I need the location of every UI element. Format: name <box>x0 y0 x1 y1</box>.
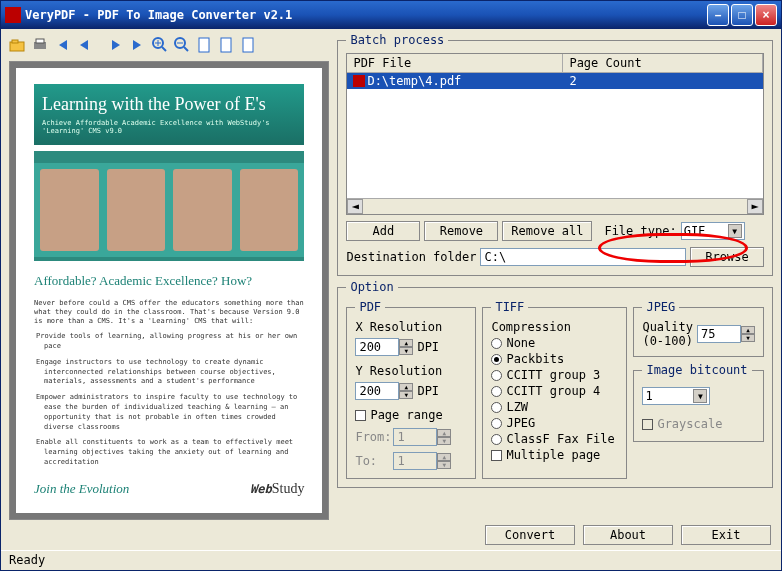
compression-label: Compression <box>491 320 618 334</box>
filetype-label: File type: <box>604 224 676 238</box>
svg-rect-3 <box>36 39 44 43</box>
app-icon <box>5 7 21 23</box>
radio-classf[interactable]: ClassF Fax File <box>491 432 618 446</box>
app-window: VeryPDF - PDF To Image Converter v2.1 – … <box>0 0 782 571</box>
open-icon[interactable] <box>9 36 27 54</box>
chevron-down-icon[interactable]: ▼ <box>728 224 742 238</box>
to-input: 1▲▼ <box>393 452 451 470</box>
pagerange-check[interactable]: Page range <box>355 408 467 422</box>
zoomin-icon[interactable] <box>151 36 169 54</box>
chevron-down-icon[interactable]: ▼ <box>693 389 707 403</box>
multipage-check[interactable]: Multiple page <box>491 448 618 462</box>
first-page-icon[interactable] <box>53 36 71 54</box>
hero-subtitle: Achieve Affordable Academic Excellence w… <box>42 119 296 135</box>
grayscale-check: Grayscale <box>642 417 755 431</box>
yres-input[interactable]: 200▲▼ <box>355 382 413 400</box>
status-bar: Ready <box>1 550 781 570</box>
close-button[interactable]: × <box>755 4 777 26</box>
svg-rect-7 <box>221 38 231 52</box>
svg-rect-8 <box>243 38 253 52</box>
scroll-right-icon[interactable]: ► <box>747 199 763 214</box>
xres-input[interactable]: 200▲▼ <box>355 338 413 356</box>
destfolder-input[interactable]: C:\ <box>480 248 686 266</box>
batch-legend: Batch process <box>346 33 448 47</box>
preview-area: Learning with the Power of E's Achieve A… <box>9 61 329 520</box>
hscrollbar[interactable]: ◄ ► <box>347 198 763 214</box>
col-page-count[interactable]: Page Count <box>563 54 763 72</box>
minimize-button[interactable]: – <box>707 4 729 26</box>
pdf-icon <box>353 75 365 87</box>
last-page-icon[interactable] <box>129 36 147 54</box>
join-tagline: Join the Evolution <box>34 481 129 497</box>
destfolder-label: Destination folder <box>346 250 476 264</box>
jpeg-group: JPEG Quality (0-100) 75▲▼ <box>633 300 764 357</box>
doc1-icon[interactable] <box>195 36 213 54</box>
doc3-icon[interactable] <box>239 36 257 54</box>
file-table[interactable]: PDF File Page Count D:\temp\4.pdf 2 ◄ ► <box>346 53 764 215</box>
hero-title: Learning with the Power of E's <box>42 94 296 115</box>
radio-ccitt3[interactable]: CCITT group 3 <box>491 368 618 382</box>
remove-button[interactable]: Remove <box>424 221 498 241</box>
tiff-group: TIFF Compression None Packbits CCITT gro… <box>482 300 627 479</box>
section-heading: Affordable? Academic Excellence? How? <box>34 273 304 289</box>
about-button[interactable]: About <box>583 525 673 545</box>
exit-button[interactable]: Exit <box>681 525 771 545</box>
option-legend: Option <box>346 280 397 294</box>
page-preview: Learning with the Power of E's Achieve A… <box>16 68 322 513</box>
svg-rect-6 <box>199 38 209 52</box>
col-pdf-file[interactable]: PDF File <box>347 54 563 72</box>
browse-button[interactable]: Browse <box>690 247 764 267</box>
maximize-button[interactable]: □ <box>731 4 753 26</box>
removeall-button[interactable]: Remove all <box>502 221 592 241</box>
bitcount-select[interactable]: 1 ▼ <box>642 387 710 405</box>
window-title: VeryPDF - PDF To Image Converter v2.1 <box>25 8 707 22</box>
svg-rect-1 <box>12 40 18 43</box>
add-button[interactable]: Add <box>346 221 420 241</box>
xres-label: X Resolution <box>355 320 467 334</box>
convert-button[interactable]: Convert <box>485 525 575 545</box>
print-icon[interactable] <box>31 36 49 54</box>
webstudy-logo: WebStudy <box>250 481 304 497</box>
radio-jpeg[interactable]: JPEG <box>491 416 618 430</box>
prev-page-icon[interactable] <box>75 36 93 54</box>
option-group: Option PDF X Resolution 200▲▼ DPI Y Reso… <box>337 280 773 488</box>
pdf-group: PDF X Resolution 200▲▼ DPI Y Resolution … <box>346 300 476 479</box>
table-row[interactable]: D:\temp\4.pdf 2 <box>347 73 763 89</box>
radio-packbits[interactable]: Packbits <box>491 352 618 366</box>
from-input: 1▲▼ <box>393 428 451 446</box>
scroll-left-icon[interactable]: ◄ <box>347 199 363 214</box>
toolbar <box>9 33 329 57</box>
batch-process-group: Batch process PDF File Page Count D:\tem… <box>337 33 773 276</box>
body-text: Never before could a CMS offer the educa… <box>34 299 304 326</box>
filetype-select[interactable]: GIF ▼ <box>681 222 745 240</box>
doc2-icon[interactable] <box>217 36 235 54</box>
radio-lzw[interactable]: LZW <box>491 400 618 414</box>
radio-none[interactable]: None <box>491 336 618 350</box>
titlebar[interactable]: VeryPDF - PDF To Image Converter v2.1 – … <box>1 1 781 29</box>
quality-input[interactable]: 75▲▼ <box>697 325 755 343</box>
radio-ccitt4[interactable]: CCITT group 4 <box>491 384 618 398</box>
zoomout-icon[interactable] <box>173 36 191 54</box>
yres-label: Y Resolution <box>355 364 467 378</box>
next-page-icon[interactable] <box>107 36 125 54</box>
bitcount-group: Image bitcount 1 ▼ Grayscale <box>633 363 764 442</box>
